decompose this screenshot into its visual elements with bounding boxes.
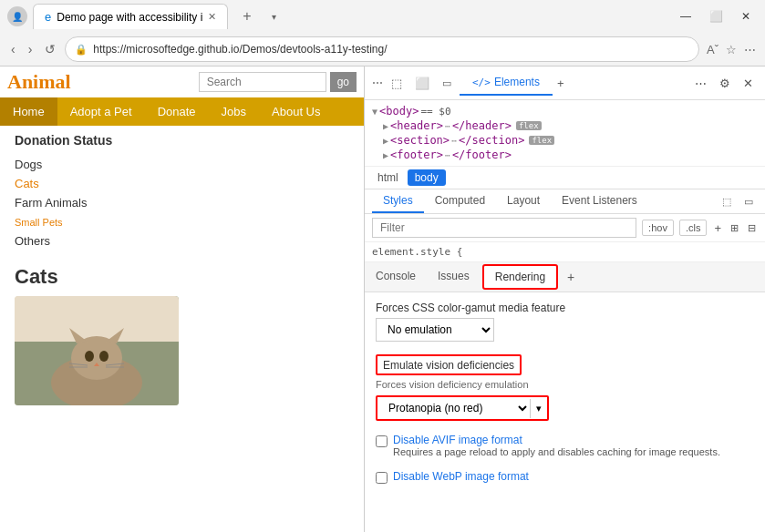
tree-body-line[interactable]: ▼ <body> == $0 bbox=[372, 104, 758, 118]
list-item-cats[interactable]: Cats bbox=[15, 174, 349, 193]
triangle-header[interactable]: ▶ bbox=[383, 121, 388, 131]
filter-bar: :hov .cls + ⊞ ⊟ bbox=[365, 214, 765, 242]
list-item-others[interactable]: Others bbox=[15, 231, 349, 251]
sidebar-list: Dogs Cats Farm Animals Small Pets Others bbox=[15, 155, 349, 251]
dock-side-button[interactable]: ⬚ bbox=[718, 193, 736, 210]
more-tools-icon: ⋯ bbox=[372, 77, 383, 89]
class-filter-button[interactable]: .cls bbox=[679, 220, 708, 236]
sub-tab-styles[interactable]: Styles bbox=[372, 189, 424, 213]
bottom-tab-rendering[interactable]: Rendering bbox=[482, 264, 558, 290]
avif-sub-label: Requires a page reload to apply and disa… bbox=[393, 446, 720, 457]
search-input[interactable] bbox=[199, 72, 326, 92]
tab-favicon: e bbox=[45, 10, 51, 24]
list-item-farm[interactable]: Farm Animals bbox=[15, 193, 349, 212]
avif-text-col: Disable AVIF image format Requires a pag… bbox=[393, 434, 720, 457]
tab-elements[interactable]: </> Elements bbox=[460, 70, 553, 96]
list-item-small-pets[interactable]: Small Pets bbox=[15, 212, 349, 231]
forward-button[interactable]: › bbox=[25, 38, 36, 60]
tree-section-line[interactable]: ▶ <section> ⋯ </section> flex bbox=[383, 133, 758, 148]
vision-dropdown-button[interactable]: ▾ bbox=[530, 399, 547, 418]
vision-select[interactable]: No emulationBlurred visionProtanopia (no… bbox=[377, 397, 530, 419]
url-input[interactable] bbox=[93, 43, 689, 56]
devtools-settings-button[interactable]: ⚙ bbox=[715, 74, 735, 93]
devtools-topbar: ⋯ ⬚ ⬜ ▭ </> Elements + ⋯ ⚙ ✕ bbox=[365, 66, 765, 100]
title-bar: 👤 e Demo page with accessibility iss... … bbox=[0, 0, 765, 33]
breadcrumb-body[interactable]: body bbox=[408, 169, 446, 186]
nav-adopt[interactable]: Adopt a Pet bbox=[57, 97, 145, 126]
body-selected-indicator: == $0 bbox=[420, 106, 450, 118]
nav-home[interactable]: Home bbox=[0, 97, 57, 126]
color-gamut-select[interactable]: No emulationsRGBp3rec2020 bbox=[376, 318, 494, 342]
inspect-icon-button[interactable]: ⬚ bbox=[387, 74, 407, 93]
tab-title: Demo page with accessibility iss... bbox=[57, 11, 202, 24]
avif-checkbox-row: Disable AVIF image format Requires a pag… bbox=[376, 434, 754, 457]
minimize-button[interactable]: — bbox=[673, 8, 698, 25]
sub-tab-event-listeners[interactable]: Event Listeners bbox=[551, 189, 648, 213]
triangle-section[interactable]: ▶ bbox=[383, 136, 388, 146]
triangle-body[interactable]: ▼ bbox=[372, 107, 377, 117]
toggle-element-classes-button[interactable]: ⊞ bbox=[729, 220, 740, 236]
address-bar[interactable]: 🔒 bbox=[65, 36, 699, 62]
tree-footer-line[interactable]: ▶ <footer> ⋯ </footer> bbox=[383, 148, 758, 162]
sub-tab-layout[interactable]: Layout bbox=[496, 189, 551, 213]
list-item-dogs[interactable]: Dogs bbox=[15, 155, 349, 174]
add-to-favorites-button[interactable]: ☆ bbox=[724, 41, 739, 58]
browser-chrome: 👤 e Demo page with accessibility iss... … bbox=[0, 0, 765, 66]
devtools-more-button[interactable]: ⋯ bbox=[690, 74, 711, 93]
add-bottom-tab-button[interactable]: + bbox=[560, 266, 582, 288]
nav-donate[interactable]: Donate bbox=[145, 97, 209, 126]
hover-filter-button[interactable]: :hov bbox=[642, 220, 674, 236]
reader-mode-button[interactable]: Aˇ bbox=[705, 41, 720, 58]
tab-list-button[interactable]: ▾ bbox=[266, 6, 282, 27]
close-button[interactable]: ✕ bbox=[734, 8, 758, 25]
bottom-tabs-bar: Console Issues Rendering + bbox=[365, 262, 765, 292]
avif-label: Disable AVIF image format bbox=[393, 434, 720, 446]
refresh-button[interactable]: ↺ bbox=[41, 38, 59, 60]
element-style-bar: element.style { bbox=[365, 242, 765, 262]
nav-jobs[interactable]: Jobs bbox=[209, 97, 259, 126]
device-toolbar-button[interactable]: ⬜ bbox=[410, 74, 434, 93]
bottom-tab-console[interactable]: Console bbox=[365, 265, 427, 289]
screencast-button[interactable]: ▭ bbox=[438, 75, 456, 92]
bottom-tab-issues[interactable]: Issues bbox=[427, 265, 481, 289]
devtools-close-button[interactable]: ✕ bbox=[739, 74, 758, 93]
avif-checkbox[interactable] bbox=[376, 435, 388, 447]
vision-sub-label: Forces vision deficiency emulation bbox=[376, 379, 754, 390]
cats-section: Cats bbox=[15, 265, 349, 405]
devtools-main-tabbar: </> Elements + bbox=[460, 70, 687, 96]
vision-highlight-box: Emulate vision deficiencies bbox=[376, 354, 522, 375]
breadcrumb-html[interactable]: html bbox=[372, 169, 404, 186]
maximize-button[interactable]: ⬜ bbox=[702, 8, 730, 25]
avif-section: Disable AVIF image format Requires a pag… bbox=[376, 434, 754, 457]
sub-tab-computed[interactable]: Computed bbox=[424, 189, 496, 213]
vision-select-wrap: No emulationBlurred visionProtanopia (no… bbox=[376, 395, 754, 421]
elements-tab-icon: </> bbox=[472, 77, 491, 88]
page-body: Donation Status Dogs Cats Farm Animals S… bbox=[0, 126, 364, 532]
add-style-rule-button[interactable]: + bbox=[712, 220, 723, 237]
screenshot-button[interactable]: ▭ bbox=[739, 193, 758, 210]
browser-more-button[interactable]: ⋯ bbox=[742, 41, 758, 58]
triangle-footer[interactable]: ▶ bbox=[383, 150, 388, 160]
filter-input[interactable] bbox=[372, 218, 636, 238]
add-panel-button[interactable]: + bbox=[553, 74, 569, 93]
color-gamut-section: Forces CSS color-gamut media feature No … bbox=[376, 302, 754, 342]
webp-checkbox[interactable] bbox=[376, 472, 388, 484]
footer-ellipsis: ⋯ bbox=[445, 150, 450, 160]
back-button[interactable]: ‹ bbox=[7, 38, 19, 60]
nav-about[interactable]: About Us bbox=[259, 97, 333, 126]
search-button[interactable]: go bbox=[330, 72, 357, 92]
elements-tab-label: Elements bbox=[494, 76, 540, 88]
new-style-rule-button[interactable]: ⊟ bbox=[746, 220, 758, 236]
rendering-panel: Forces CSS color-gamut media feature No … bbox=[365, 292, 765, 532]
new-tab-button[interactable]: + bbox=[233, 3, 260, 30]
address-bar-row: ‹ › ↺ 🔒 Aˇ ☆ ⋯ bbox=[0, 33, 765, 66]
donation-status-title: Donation Status bbox=[15, 133, 349, 148]
window-controls: — ⬜ ✕ bbox=[673, 8, 758, 25]
styles-subtab-bar: Styles Computed Layout Event Listeners ⬚… bbox=[365, 189, 765, 214]
tree-header-line[interactable]: ▶ <header> ⋯ </header> flex bbox=[383, 118, 758, 133]
tab-close-button[interactable]: ✕ bbox=[208, 11, 216, 23]
color-gamut-label: Forces CSS color-gamut media feature bbox=[376, 302, 754, 314]
header-ellipsis: ⋯ bbox=[445, 121, 450, 131]
active-tab[interactable]: e Demo page with accessibility iss... ✕ bbox=[33, 4, 228, 29]
site-logo: Animal bbox=[7, 70, 71, 94]
